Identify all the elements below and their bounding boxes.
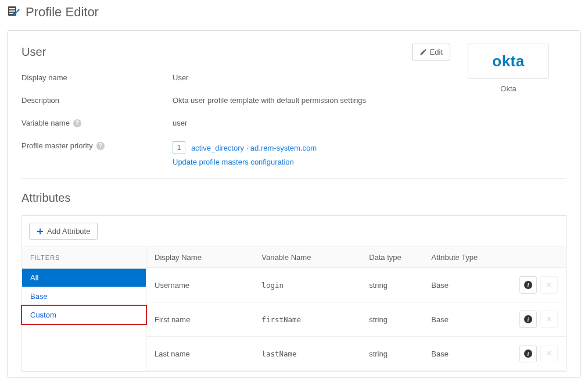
cell-attribute-type: Base	[423, 268, 502, 302]
cell-attribute-type: Base	[423, 302, 502, 337]
update-masters-link[interactable]: Update profile masters configuration	[173, 158, 294, 166]
cell-variable-name: firstName	[253, 302, 361, 337]
edit-button[interactable]: Edit	[412, 44, 450, 60]
variable-name-value: user	[173, 119, 450, 127]
main-panel: User Edit Display name User Description …	[7, 30, 581, 378]
cell-display-name: First name	[146, 302, 253, 337]
display-name-value: User	[173, 73, 450, 82]
plus-icon	[37, 228, 44, 235]
cell-attribute-type: Base	[423, 337, 502, 371]
okta-logo: okta	[492, 52, 524, 70]
divider	[21, 178, 567, 179]
col-variable-name: Variable Name	[253, 247, 361, 268]
profile-editor-icon	[7, 5, 21, 19]
cell-display-name: Last name	[146, 337, 253, 371]
cell-variable-name: login	[253, 268, 361, 302]
add-attribute-label: Add Attribute	[47, 227, 90, 236]
info-icon: i	[524, 350, 532, 358]
svg-rect-3	[9, 13, 13, 14]
page-title: Profile Editor	[26, 5, 99, 20]
logo-card: okta	[468, 44, 549, 79]
delete-button: ×	[540, 276, 558, 294]
filter-custom-label: Custom	[30, 311, 56, 319]
filter-all[interactable]: All	[22, 269, 146, 287]
help-icon[interactable]: ?	[73, 119, 81, 127]
priority-number: 1	[173, 141, 185, 154]
priority-source-link[interactable]: active_directory · ad.rem-system.com	[191, 144, 317, 152]
cell-data-type: string	[361, 268, 423, 302]
attributes-box: Add Attribute FILTERS All Base Custom	[21, 215, 567, 372]
filter-base[interactable]: Base	[22, 287, 146, 306]
table-row: First name firstName string Base i ×	[146, 302, 566, 337]
help-icon[interactable]: ?	[96, 142, 105, 150]
description-value: Okta user profile template with default …	[173, 96, 450, 105]
description-label: Description	[21, 96, 173, 105]
logo-caption: Okta	[468, 84, 549, 93]
cell-display-name: Username	[146, 268, 253, 302]
cell-data-type: string	[361, 302, 423, 337]
filters-heading: FILTERS	[22, 247, 146, 269]
table-row: Username login string Base i ×	[146, 268, 566, 302]
col-actions	[503, 247, 566, 268]
filters-sidebar: FILTERS All Base Custom	[22, 247, 146, 371]
table-row: Last name lastName string Base i ×	[146, 337, 566, 371]
cell-variable-name: lastName	[253, 337, 361, 371]
delete-button: ×	[540, 311, 558, 328]
close-icon: ×	[546, 315, 551, 324]
display-name-label: Display name	[21, 73, 173, 82]
info-button[interactable]: i	[519, 276, 537, 294]
delete-button: ×	[540, 345, 558, 362]
edit-button-label: Edit	[430, 48, 443, 56]
cell-data-type: string	[361, 337, 423, 371]
close-icon: ×	[546, 280, 551, 290]
variable-name-label: Variable name	[21, 119, 70, 127]
page-header: Profile Editor	[7, 5, 581, 20]
priority-label: Profile master priority	[21, 141, 93, 150]
col-attribute-type: Attribute Type	[423, 247, 502, 268]
close-icon: ×	[546, 349, 551, 358]
svg-rect-1	[9, 8, 15, 9]
attributes-table: Display Name Variable Name Data type Att…	[146, 247, 566, 371]
svg-rect-2	[9, 10, 15, 12]
info-icon: i	[524, 315, 532, 323]
info-button[interactable]: i	[519, 311, 537, 328]
filter-custom[interactable]: Custom	[22, 306, 146, 324]
info-button[interactable]: i	[519, 345, 537, 362]
user-section-title: User	[21, 45, 46, 59]
attributes-title: Attributes	[21, 191, 567, 205]
info-icon: i	[524, 281, 532, 289]
pencil-icon	[420, 49, 426, 56]
add-attribute-button[interactable]: Add Attribute	[29, 223, 98, 240]
col-data-type: Data type	[361, 247, 423, 268]
col-display-name: Display Name	[146, 247, 253, 268]
